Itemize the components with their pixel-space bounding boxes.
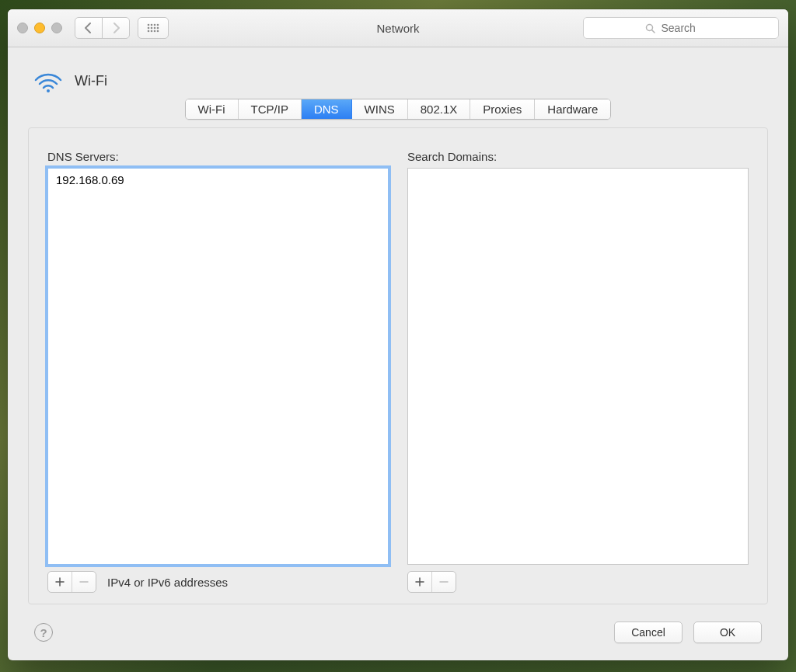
tab-proxies[interactable]: Proxies bbox=[470, 99, 535, 119]
dns-servers-addremove bbox=[47, 571, 96, 593]
tab-tcpip[interactable]: TCP/IP bbox=[239, 99, 302, 119]
search-domains-column: Search Domains: bbox=[407, 150, 749, 593]
connection-header: Wi-Fi bbox=[8, 47, 788, 99]
tab-wins[interactable]: WINS bbox=[352, 99, 408, 119]
search-domains-controls bbox=[407, 571, 749, 593]
search-domains-label: Search Domains: bbox=[407, 150, 749, 163]
tab-dns[interactable]: DNS bbox=[302, 99, 352, 119]
minimize-icon[interactable] bbox=[34, 23, 45, 33]
address-format-hint: IPv4 or IPv6 addresses bbox=[107, 576, 228, 589]
tabs: Wi-FiTCP/IPDNSWINS802.1XProxiesHardware bbox=[8, 99, 788, 120]
svg-point-7 bbox=[157, 27, 159, 30]
tab-wifi[interactable]: Wi-Fi bbox=[186, 99, 239, 119]
search-domains-addremove bbox=[407, 571, 456, 593]
svg-point-5 bbox=[151, 27, 153, 30]
svg-point-11 bbox=[157, 30, 159, 33]
ok-button[interactable]: OK bbox=[693, 622, 762, 643]
help-button[interactable]: ? bbox=[34, 623, 53, 642]
forward-button[interactable] bbox=[103, 18, 129, 38]
dns-servers-column: DNS Servers: 192.168.0.69 IPv4 or IPv6 a… bbox=[47, 150, 389, 593]
remove-search-domain-button[interactable] bbox=[432, 572, 456, 592]
dns-servers-label: DNS Servers: bbox=[47, 150, 389, 163]
dns-servers-controls: IPv4 or IPv6 addresses bbox=[47, 571, 389, 593]
plus-icon bbox=[415, 577, 424, 587]
add-dns-server-button[interactable] bbox=[48, 572, 72, 592]
svg-point-1 bbox=[151, 24, 153, 26]
search-domains-list[interactable] bbox=[407, 168, 749, 565]
action-buttons: Cancel OK bbox=[614, 622, 762, 643]
dns-server-row[interactable]: 192.168.0.69 bbox=[48, 169, 388, 191]
svg-point-6 bbox=[154, 27, 156, 30]
svg-point-0 bbox=[148, 24, 150, 26]
grid-icon bbox=[138, 18, 168, 38]
traffic-lights bbox=[17, 23, 62, 33]
tab-8021x[interactable]: 802.1X bbox=[408, 99, 471, 119]
nav-buttons bbox=[75, 17, 130, 39]
network-preferences-window: Network Wi-Fi Wi-FiTCP/IPDNSWINS802.1X bbox=[8, 9, 788, 660]
close-icon[interactable] bbox=[17, 23, 28, 33]
tab-hardware[interactable]: Hardware bbox=[535, 99, 610, 119]
titlebar: Network bbox=[8, 9, 788, 47]
show-all-button[interactable] bbox=[138, 17, 169, 39]
dns-panel: DNS Servers: 192.168.0.69 IPv4 or IPv6 a… bbox=[28, 127, 768, 604]
connection-name: Wi-Fi bbox=[75, 73, 107, 89]
svg-point-4 bbox=[148, 27, 150, 30]
dns-servers-list[interactable]: 192.168.0.69 bbox=[47, 168, 389, 565]
minus-icon bbox=[79, 577, 89, 587]
minus-icon bbox=[439, 577, 449, 587]
svg-point-8 bbox=[148, 30, 150, 33]
svg-point-10 bbox=[154, 30, 156, 33]
svg-point-9 bbox=[151, 30, 153, 33]
plus-icon bbox=[55, 577, 65, 587]
svg-point-14 bbox=[47, 89, 50, 92]
search-input[interactable] bbox=[660, 21, 717, 35]
svg-point-3 bbox=[157, 24, 159, 26]
tab-bar: Wi-FiTCP/IPDNSWINS802.1XProxiesHardware bbox=[185, 99, 612, 120]
cancel-button[interactable]: Cancel bbox=[614, 622, 683, 643]
bottom-bar: ? Cancel OK bbox=[8, 622, 788, 660]
search-field[interactable] bbox=[583, 17, 779, 39]
wifi-icon bbox=[33, 69, 64, 92]
svg-line-13 bbox=[651, 30, 655, 33]
add-search-domain-button[interactable] bbox=[408, 572, 432, 592]
svg-point-2 bbox=[154, 24, 156, 26]
zoom-icon[interactable] bbox=[51, 23, 62, 33]
back-button[interactable] bbox=[75, 18, 103, 38]
search-icon bbox=[645, 23, 655, 33]
remove-dns-server-button[interactable] bbox=[72, 572, 96, 592]
